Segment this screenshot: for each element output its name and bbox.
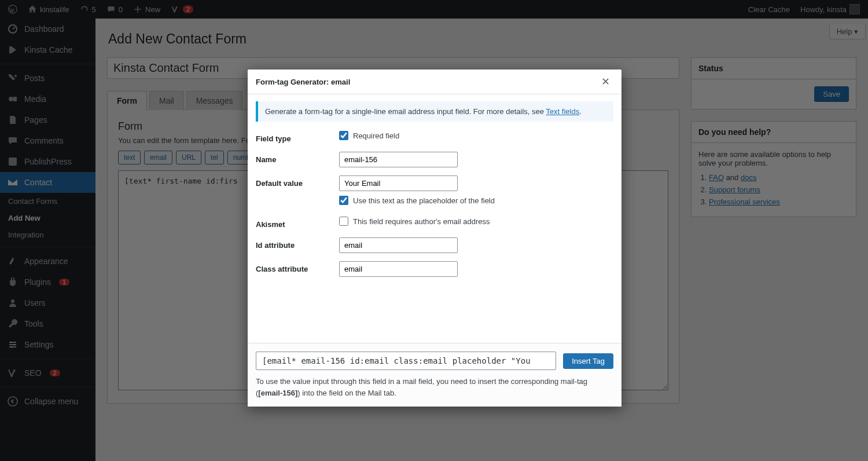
id-input[interactable] <box>339 237 458 253</box>
default-value-input[interactable] <box>339 175 458 191</box>
label-id: Id attribute <box>256 237 339 250</box>
required-checkbox-row[interactable]: Required field <box>339 131 613 140</box>
placeholder-checkbox[interactable] <box>339 196 348 205</box>
text-fields-link[interactable]: Text fields <box>546 107 579 116</box>
label-default: Default value <box>256 175 339 188</box>
insert-tag-button[interactable]: Insert Tag <box>563 353 613 369</box>
label-name: Name <box>256 152 339 164</box>
modal-title: Form-tag Generator: email <box>256 78 350 86</box>
modal-footer-note: To use the value input through this fiel… <box>256 376 613 398</box>
tag-output[interactable] <box>256 352 556 370</box>
label-field-type: Field type <box>256 131 339 143</box>
label-akismet: Akismet <box>256 217 339 229</box>
form-tag-modal: Form-tag Generator: email ✕ Generate a f… <box>248 69 621 407</box>
close-icon[interactable]: ✕ <box>598 74 613 89</box>
placeholder-checkbox-row[interactable]: Use this text as the placeholder of the … <box>339 196 613 205</box>
name-input[interactable] <box>339 152 458 167</box>
akismet-checkbox-row[interactable]: This field requires author's email addre… <box>339 217 613 226</box>
class-input[interactable] <box>339 261 458 277</box>
akismet-checkbox[interactable] <box>339 217 348 226</box>
label-class: Class attribute <box>256 261 339 273</box>
modal-info: Generate a form-tag for a single-line em… <box>256 101 613 122</box>
required-checkbox[interactable] <box>339 131 348 140</box>
